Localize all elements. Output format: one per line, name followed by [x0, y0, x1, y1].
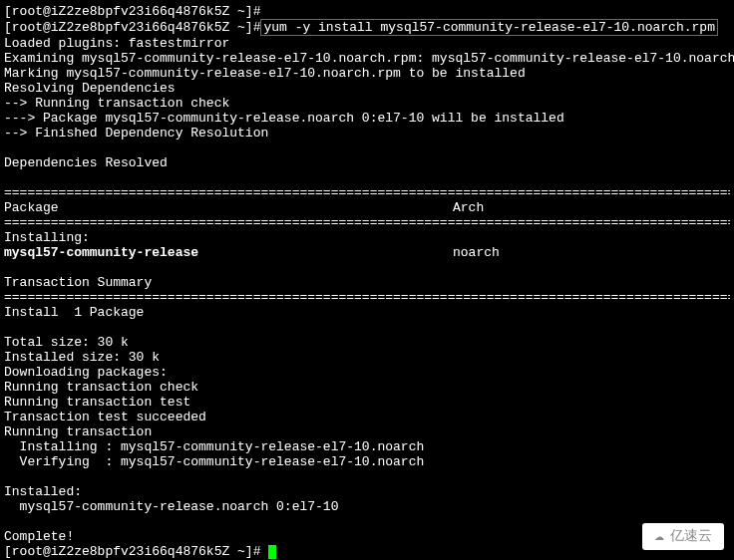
cursor-icon [268, 545, 276, 559]
table-header-row: Package Arch [4, 200, 730, 215]
output-finished: --> Finished Dependency Resolution [4, 126, 730, 140]
command-highlight: yum -y install mysql57-community-release… [260, 19, 717, 36]
package-name: mysql57-community-release [4, 245, 453, 260]
table-row: mysql57-community-release noarch [4, 245, 730, 260]
downloading: Downloading packages: [4, 365, 730, 380]
running-check: Running transaction check [4, 380, 730, 395]
installing-label: Installing: [4, 230, 730, 245]
verifying-line: Verifying : mysql57-community-release-el… [4, 454, 730, 469]
shell-prompt: [root@iZ2ze8bpfv23i66q4876k5Z ~]# [4, 20, 260, 35]
blank-line [4, 514, 730, 529]
install-count: Install 1 Package [4, 305, 730, 320]
output-resolving: Resolving Dependencies [4, 81, 730, 96]
test-succeeded: Transaction test succeeded [4, 410, 730, 424]
table-header-package: Package [4, 200, 453, 215]
shell-prompt: [root@iZ2ze8bpfv23i66q4876k5Z ~]# [4, 4, 260, 19]
blank-line [4, 469, 730, 484]
output-examining: Examining mysql57-community-release-el7-… [4, 51, 730, 66]
prompt-line-1: [root@iZ2ze8bpfv23i66q4876k5Z ~]# [4, 4, 730, 19]
blank-line [4, 140, 730, 155]
installing-line: Installing : mysql57-community-release-e… [4, 439, 730, 454]
output-loaded-plugins: Loaded plugins: fastestmirror [4, 36, 730, 51]
table-header-arch: Arch [453, 200, 730, 215]
running-transaction: Running transaction [4, 424, 730, 439]
prompt-line-3[interactable]: [root@iZ2ze8bpfv23i66q4876k5Z ~]# [4, 544, 730, 559]
running-test: Running transaction test [4, 395, 730, 410]
blank-line [4, 320, 730, 335]
divider-mid: ========================================… [4, 215, 730, 230]
complete: Complete! [4, 529, 730, 544]
prompt-line-2[interactable]: [root@iZ2ze8bpfv23i66q4876k5Z ~]# yum -y… [4, 19, 730, 36]
output-package-will: ---> Package mysql57-community-release.n… [4, 111, 730, 126]
divider-top: ========================================… [4, 185, 730, 200]
installed-label: Installed: [4, 484, 730, 499]
blank-line [4, 170, 730, 185]
package-arch: noarch [453, 245, 730, 260]
watermark-text: 亿速云 [670, 529, 712, 544]
total-size: Total size: 30 k [4, 335, 730, 350]
cloud-icon: ☁ [654, 529, 664, 544]
shell-prompt: [root@iZ2ze8bpfv23i66q4876k5Z ~]# [4, 544, 268, 559]
installed-size: Installed size: 30 k [4, 350, 730, 365]
watermark-badge: ☁ 亿速云 [642, 523, 724, 550]
blank-line [4, 260, 730, 275]
installed-pkg: mysql57-community-release.noarch 0:el7-1… [4, 499, 730, 514]
output-deps-resolved: Dependencies Resolved [4, 155, 730, 170]
transaction-summary: Transaction Summary [4, 275, 730, 290]
output-running-check: --> Running transaction check [4, 96, 730, 111]
output-marking: Marking mysql57-community-release-el7-10… [4, 66, 730, 81]
divider-bottom: ========================================… [4, 290, 730, 305]
